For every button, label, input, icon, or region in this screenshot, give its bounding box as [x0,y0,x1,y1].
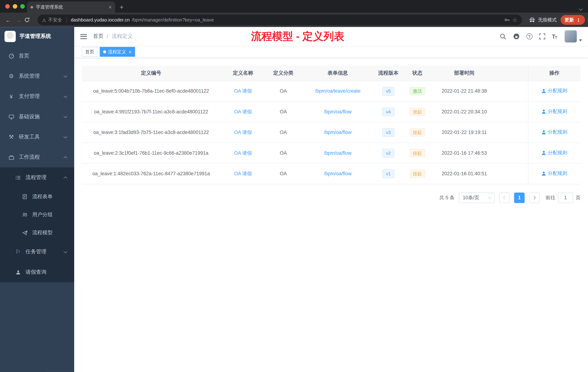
sidebar-item-infrastructure[interactable]: 基础设施 [0,107,74,127]
document-icon [21,194,29,199]
sidebar-item-label: 研发工具 [19,134,40,140]
total-count: 共 5 条 [439,194,454,201]
chevron-down-icon [488,196,492,199]
sidebar-item-task-mgmt[interactable]: ⚐ 任务管理 [0,242,74,262]
table-row[interactable]: oa_leave:2:3c1f0ef1-76b1-11ec-9c66-a2380… [82,143,580,163]
tag-close-icon[interactable]: × [128,49,131,54]
sidebar-item-label: 系统管理 [19,73,40,79]
password-key-icon[interactable] [504,17,510,23]
new-tab-button[interactable]: + [120,4,124,11]
prev-page-button[interactable] [499,192,510,203]
form-link[interactable]: /bpm/oa/flow [324,150,351,156]
status-badge: 激活 [410,87,425,95]
sidebar-item-process-model[interactable]: 流程模型 [0,224,74,242]
sidebar-logo[interactable]: 芋道管理系统 [0,27,74,46]
sidebar-item-process-form[interactable]: 流程表单 [0,188,74,206]
chevron-left-icon [503,196,507,199]
assign-rule-link[interactable]: 分配规则 [541,149,567,156]
security-status[interactable]: ⚠ 不安全 [42,17,62,23]
goto-label: 前往 [546,194,556,201]
bookmark-star-icon[interactable]: ☆ [512,17,517,23]
sidebar-item-user-group[interactable]: 用户分组 [0,206,74,224]
version-badge: v1 [382,169,394,178]
divider [66,17,67,22]
browser-tab[interactable]: ♣ 芋道管理系统 × [27,1,115,13]
page-size-select[interactable]: 10条/页 [459,192,495,203]
chrome-update-button[interactable]: 更新 ⋮ [560,15,585,25]
status-badge: 挂起 [410,149,425,157]
update-label: 更新 [565,17,574,23]
chevron-down-icon [64,94,67,98]
sidebar-item-dev-tools[interactable]: ⚒ 研发工具 [0,127,74,147]
definition-name-link[interactable]: OA 请假 [234,171,252,176]
forward-button[interactable]: → [13,17,24,23]
definition-name-link[interactable]: OA 请假 [234,129,252,135]
definition-name-link[interactable]: OA 请假 [234,88,252,94]
tab-close-icon[interactable]: × [109,5,112,10]
hamburger-icon[interactable] [80,34,87,39]
user-menu[interactable] [564,30,582,43]
form-link[interactable]: /bpm/oa/leave/create [315,88,360,94]
table-row[interactable]: oa_leave:4:991f2193-7b7f-11ec-a3c8-acde4… [82,101,580,122]
breadcrumb-separator: / [107,33,108,40]
github-icon[interactable] [513,33,520,40]
page-content: 定义编号 定义名称 定义分类 表单信息 流程版本 状态 部署时间 操作 [74,58,588,372]
breadcrumb-home[interactable]: 首页 [93,33,104,40]
assign-rule-link[interactable]: 分配规则 [541,129,567,136]
font-size-icon[interactable]: TT [552,33,557,40]
tools-icon: ⚒ [8,134,15,140]
dashboard-icon [8,53,15,59]
table-row[interactable]: oa_leave:1:482ec033-762a-11ec-8477-a2380… [82,163,580,184]
maximize-window-button[interactable] [20,4,25,9]
sidebar-item-payment-mgmt[interactable]: ¥ 支付管理 [0,86,74,107]
sidebar-item-leave-query[interactable]: 请假查询 [0,262,74,282]
definition-name-link[interactable]: OA 请假 [234,150,252,156]
refresh-button[interactable] [24,17,34,23]
chevron-right-icon [532,196,536,199]
column-header: 定义编号 [82,66,220,81]
goto-page-input[interactable] [558,192,573,203]
tag-label: 流程定义 [108,49,126,55]
column-header: 表单信息 [301,66,374,81]
definition-name-link[interactable]: OA 请假 [234,109,252,114]
sidebar-item-system-mgmt[interactable]: ⚙ 系统管理 [0,66,74,86]
table-row[interactable]: oa_leave:5:004b710b-7b8a-11ec-8ef0-acde4… [82,81,580,101]
next-page-button[interactable] [529,192,540,203]
pagination: 共 5 条 10条/页 1 前往 页 [82,192,580,203]
help-icon[interactable]: ? [526,33,532,40]
sidebar-item-workflow[interactable]: 工作流程 [0,147,74,167]
address-bar[interactable]: ⚠ 不安全 dashboard.yudao.iocoder.cn/bpm/man… [37,15,522,25]
status-badge: 挂起 [410,169,425,178]
assign-rule-link[interactable]: 分配规则 [541,88,567,94]
url-path: /bpm/manager/definition?key=oa_leave [132,17,214,22]
column-spacer [496,81,528,101]
tab-search-button[interactable] [579,5,582,12]
table-row[interactable]: oa_leave:3:1fad3d93-7b75-11ec-a3c8-acde4… [82,122,580,142]
briefcase-icon [8,154,15,160]
status-badge: 挂起 [410,128,425,136]
definition-id: oa_leave:2:3c1f0ef1-76b1-11ec-9c66-a2380… [82,143,220,163]
fullscreen-icon[interactable] [539,33,545,40]
tag-home[interactable]: 首页 [82,47,98,57]
form-link[interactable]: /bpm/oa/flow [324,109,351,114]
chevron-down-icon [64,74,67,77]
minimize-window-button[interactable] [13,4,17,9]
kebab-menu-icon: ⋮ [576,17,581,23]
version-badge: v4 [382,107,394,116]
sidebar-item-home[interactable]: 首页 [0,46,74,66]
logo-title: 芋道管理系统 [20,33,51,40]
close-window-button[interactable] [5,4,10,9]
favicon-icon: ♣ [30,5,33,10]
form-link[interactable]: /bpm/oa/flow [324,130,351,135]
assign-rule-link[interactable]: 分配规则 [541,108,567,115]
assign-rule-link[interactable]: 分配规则 [541,170,567,177]
definition-category: OA [265,163,301,184]
tag-process-definition[interactable]: 流程定义 × [100,47,135,57]
current-page-button[interactable]: 1 [514,192,525,203]
paper-plane-icon [21,230,29,236]
sidebar-item-process-mgmt[interactable]: 流程管理 [0,167,74,188]
back-button[interactable]: ← [3,17,14,23]
workflow-submenu: 流程管理 流程表单 用户分组 [0,167,74,282]
search-icon[interactable] [500,33,506,40]
form-link[interactable]: /bpm/oa/flow [324,171,351,176]
